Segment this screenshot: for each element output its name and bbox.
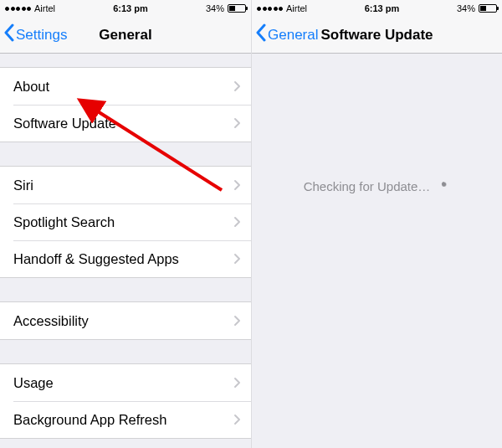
battery-percent-label: 34% [206, 3, 224, 13]
chevron-right-icon [233, 377, 241, 389]
pane-general-settings: Airtel 6:13 pm 34% Settings General Abou… [0, 0, 251, 448]
clock-label: 6:13 pm [365, 3, 400, 13]
row-siri[interactable]: Siri [0, 167, 251, 203]
status-bar: Airtel 6:13 pm 34% [252, 0, 502, 17]
settings-group: About Software Update [0, 67, 251, 142]
row-label: Software Update [13, 116, 233, 131]
clock-label: 6:13 pm [113, 3, 148, 13]
battery-icon [479, 4, 497, 13]
row-label: Siri [13, 178, 233, 193]
signal-strength-icon [257, 7, 283, 11]
chevron-right-icon [233, 179, 241, 191]
back-label: Settings [16, 27, 67, 44]
chevron-right-icon [233, 216, 241, 228]
row-label: Accessibility [13, 313, 233, 329]
chevron-left-icon [255, 23, 266, 46]
battery-icon [228, 4, 246, 13]
battery-percent-label: 34% [457, 3, 475, 13]
row-accessibility[interactable]: Accessibility [0, 302, 251, 339]
chevron-right-icon [233, 253, 241, 265]
nav-bar: General Software Update [252, 17, 502, 54]
row-about[interactable]: About [0, 68, 251, 105]
back-button[interactable]: Settings [0, 23, 67, 46]
pane-software-update: Airtel 6:13 pm 34% General Software Upda… [251, 0, 502, 448]
settings-group: Accessibility [0, 301, 251, 340]
back-label: General [268, 27, 318, 44]
row-label: Usage [13, 375, 233, 391]
carrier-label: Airtel [286, 3, 307, 13]
row-software-update[interactable]: Software Update [0, 105, 251, 142]
carrier-label: Airtel [34, 3, 55, 13]
row-label: About [13, 79, 233, 95]
settings-group: Siri Spotlight Search Handoff & Suggeste… [0, 166, 251, 278]
row-usage[interactable]: Usage [0, 364, 251, 401]
spinner-icon [437, 180, 450, 193]
content-area: Checking for Update… [252, 54, 502, 448]
chevron-right-icon [233, 117, 241, 129]
row-label: Spotlight Search [13, 214, 233, 230]
checking-label: Checking for Update… [304, 179, 431, 193]
row-label: Background App Refresh [13, 412, 233, 428]
row-spotlight-search[interactable]: Spotlight Search [0, 203, 251, 240]
status-bar: Airtel 6:13 pm 34% [0, 0, 251, 17]
row-background-app-refresh[interactable]: Background App Refresh [0, 401, 251, 438]
signal-strength-icon [5, 7, 31, 11]
chevron-right-icon [233, 414, 241, 425]
back-button[interactable]: General [252, 23, 318, 46]
checking-status: Checking for Update… [304, 179, 451, 193]
nav-bar: Settings General [0, 17, 251, 54]
settings-list: About Software Update Siri Spotlight Sea… [0, 54, 251, 448]
chevron-right-icon [233, 315, 241, 327]
row-handoff[interactable]: Handoff & Suggested Apps [0, 240, 251, 277]
settings-group: Usage Background App Refresh [0, 363, 251, 439]
row-label: Handoff & Suggested Apps [13, 251, 233, 267]
chevron-right-icon [233, 80, 241, 92]
chevron-left-icon [3, 23, 14, 46]
